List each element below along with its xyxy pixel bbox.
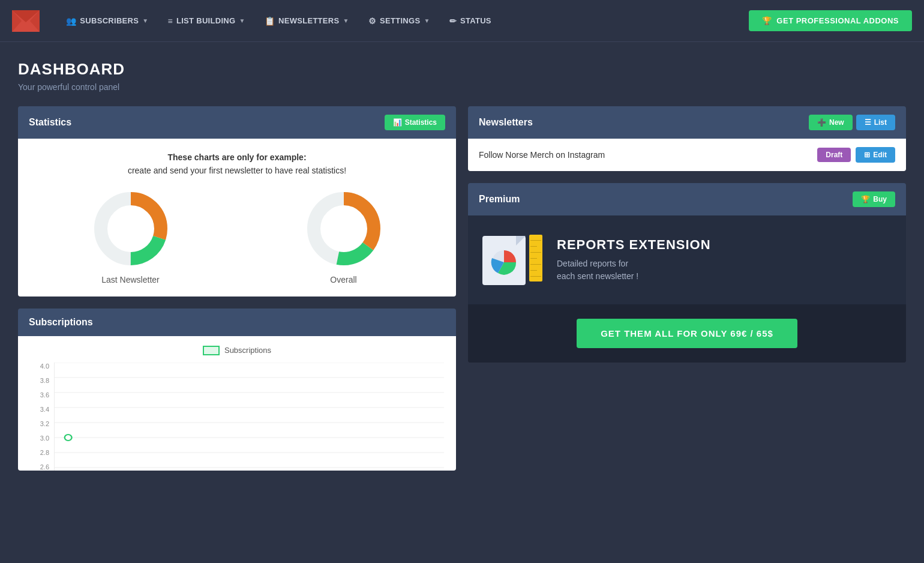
statistics-panel: Statistics 📊 Statistics These charts are… (18, 106, 456, 297)
nav-item-list-building[interactable]: ≡ LIST BUILDING ▼ (159, 11, 253, 31)
newsletters-chevron: ▼ (343, 17, 349, 24)
premium-panel: Premium 🏆 Buy (468, 183, 906, 363)
promo-title: REPORTS EXTENSION (557, 237, 711, 253)
doc-corner-fold (516, 236, 526, 245)
logo[interactable] (12, 10, 40, 32)
subscriptions-body: Subscriptions 4.0 3.8 3.6 3.4 3.2 3.0 2.… (18, 336, 456, 471)
statistics-body: These charts are only for example: creat… (18, 139, 456, 297)
donut-overall (305, 190, 383, 268)
promo-icon-container (482, 230, 542, 290)
list-building-label: LIST BUILDING (176, 16, 236, 25)
premium-buy-button[interactable]: 🏆 Buy (853, 191, 895, 207)
y-label-6: 2.8 (30, 449, 53, 456)
newsletters-list-label: List (874, 118, 887, 127)
statistics-button-label: Statistics (405, 118, 437, 127)
buy-label: Buy (873, 195, 887, 203)
newsletters-new-button[interactable]: ➕ New (809, 115, 853, 130)
donut-last-newsletter (92, 190, 170, 268)
subscribers-icon: 👥 (66, 16, 76, 26)
newsletter-item: Follow Norse Merch on Instagram Draft ⊞ … (468, 139, 906, 171)
y-axis: 4.0 3.8 3.6 3.4 3.2 3.0 2.8 2.6 (30, 363, 53, 471)
subscriptions-title: Subscriptions (29, 317, 93, 328)
edit-label: Edit (873, 151, 887, 159)
newsletter-actions: Draft ⊞ Edit (817, 147, 895, 163)
charts-row: Last Newsletter (30, 190, 444, 285)
subscriptions-header: Subscriptions (18, 309, 456, 336)
newsletters-icon: 📋 (265, 16, 275, 26)
premium-header: Premium 🏆 Buy (468, 183, 906, 215)
chart-line-area (54, 363, 444, 471)
y-label-1: 3.8 (30, 377, 53, 384)
y-label-3: 3.4 (30, 406, 53, 413)
ruler-icon (529, 235, 542, 282)
subscriptions-panel: Subscriptions Subscriptions 4.0 3.8 3.6 … (18, 309, 456, 471)
status-label: STATUS (460, 16, 491, 25)
y-label-4: 3.2 (30, 420, 53, 427)
nav-item-newsletters[interactable]: 📋 NEWSLETTERS ▼ (256, 11, 358, 31)
chart-notice-line1: These charts are only for example: (30, 151, 444, 164)
chart-overall-label: Overall (330, 275, 356, 285)
newsletters-panel: Newsletters ➕ New ☰ List Follow Norse Me… (468, 106, 906, 171)
y-label-5: 3.0 (30, 435, 53, 442)
buy-trophy-icon: 🏆 (861, 195, 870, 203)
chart-overall: Overall (305, 190, 383, 285)
newsletter-edit-button[interactable]: ⊞ Edit (856, 147, 895, 163)
promo-description: Detailed reports foreach sent newsletter… (557, 257, 711, 283)
nav-item-subscribers[interactable]: 👥 SUBSCRIBERS ▼ (58, 11, 157, 31)
subscribers-label: SUBSCRIBERS (80, 16, 139, 25)
doc-body (482, 236, 526, 285)
addon-button[interactable]: 🏆 GET PROFESSIONAL ADDONS (749, 10, 912, 31)
legend-row: Subscriptions (30, 346, 444, 355)
svg-point-19 (65, 435, 72, 441)
legend-box (203, 346, 220, 355)
newsletters-header: Newsletters ➕ New ☰ List (468, 106, 906, 139)
page-subtitle: Your powerful control panel (18, 82, 906, 92)
settings-chevron: ▼ (424, 17, 430, 24)
y-label-7: 2.6 (30, 463, 53, 471)
page-title: DASHBOARD (18, 60, 906, 79)
settings-label: SETTINGS (380, 16, 420, 25)
addon-button-label: GET PROFESSIONAL ADDONS (776, 16, 899, 25)
list-icon: ☰ (865, 118, 871, 127)
newsletters-list-button[interactable]: ☰ List (856, 115, 895, 130)
list-building-chevron: ▼ (239, 17, 245, 24)
premium-promo: REPORTS EXTENSION Detailed reports forea… (468, 215, 906, 304)
newsletter-name: Follow Norse Merch on Instagram (479, 150, 605, 160)
premium-title: Premium (479, 194, 520, 205)
y-label-2: 3.6 (30, 391, 53, 399)
edit-grid-icon: ⊞ (864, 151, 870, 159)
settings-icon: ⚙ (368, 16, 376, 26)
dashboard-grid: Statistics 📊 Statistics These charts are… (18, 106, 906, 471)
status-badge: Draft (817, 148, 851, 162)
newsletters-label: NEWSLETTERS (278, 16, 340, 25)
premium-cta: GET THEM ALL FOR ONLY 69€ / 65$ (468, 304, 906, 363)
addon-trophy-icon: 🏆 (762, 16, 772, 25)
chart-last-newsletter: Last Newsletter (92, 190, 170, 285)
nav-item-settings[interactable]: ⚙ SETTINGS ▼ (360, 11, 439, 31)
statistics-chart-icon: 📊 (393, 118, 402, 127)
doc-chart (491, 249, 517, 278)
chart-notice: These charts are only for example: creat… (30, 151, 444, 178)
statistics-header: Statistics 📊 Statistics (18, 106, 456, 139)
statistics-button[interactable]: 📊 Statistics (385, 115, 445, 130)
y-label-0: 4.0 (30, 363, 53, 370)
right-column: Newsletters ➕ New ☰ List Follow Norse Me… (468, 106, 906, 471)
nav-item-status[interactable]: ✏ STATUS (441, 11, 500, 31)
new-plus-icon: ➕ (817, 118, 826, 127)
navbar: 👥 SUBSCRIBERS ▼ ≡ LIST BUILDING ▼ 📋 NEWS… (0, 0, 924, 42)
statistics-title: Statistics (29, 117, 71, 128)
chart-last-newsletter-label: Last Newsletter (101, 275, 159, 285)
chart-notice-line2: create and send your first newsletter to… (128, 166, 346, 175)
legend-label: Subscriptions (224, 346, 271, 355)
newsletters-new-label: New (829, 118, 844, 127)
newsletters-btn-group: ➕ New ☰ List (809, 115, 895, 130)
nav-items: 👥 SUBSCRIBERS ▼ ≡ LIST BUILDING ▼ 📋 NEWS… (58, 11, 749, 31)
premium-body: REPORTS EXTENSION Detailed reports forea… (468, 215, 906, 363)
subscribers-chevron: ▼ (142, 17, 148, 24)
status-icon: ✏ (449, 16, 457, 26)
newsletters-title: Newsletters (479, 117, 533, 128)
promo-text: REPORTS EXTENSION Detailed reports forea… (557, 237, 711, 283)
list-building-icon: ≡ (167, 16, 172, 26)
cta-button[interactable]: GET THEM ALL FOR ONLY 69€ / 65$ (577, 319, 797, 348)
left-column: Statistics 📊 Statistics These charts are… (18, 106, 456, 471)
